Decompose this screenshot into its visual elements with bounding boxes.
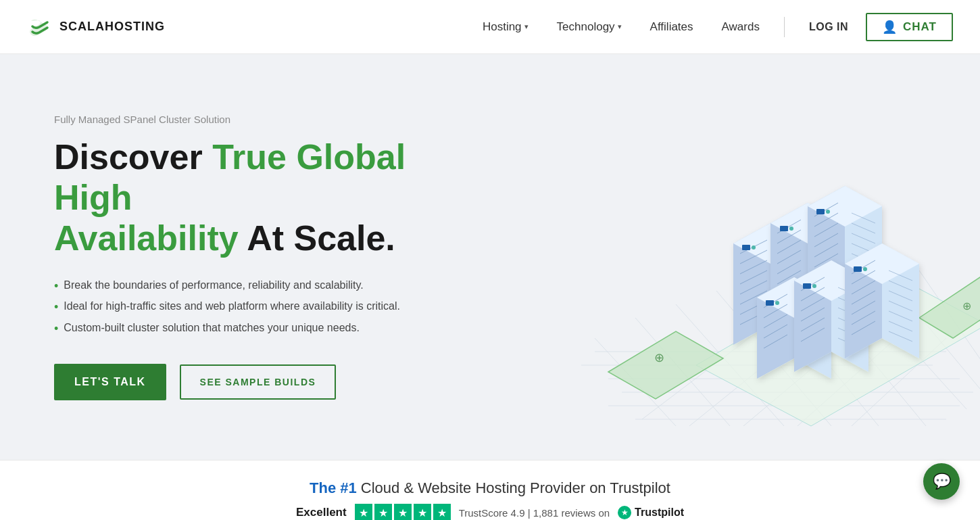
hero-section: Fully Managed SPanel Cluster Solution Di… bbox=[0, 54, 980, 460]
star-5: ★ bbox=[433, 504, 451, 520]
hero-buttons: LET'S TALK SEE SAMPLE BUILDS bbox=[54, 364, 473, 400]
svg-rect-92 bbox=[816, 209, 825, 214]
chat-button[interactable]: 👤 CHAT bbox=[866, 13, 953, 41]
main-nav: Hosting ▾ Technology ▾ Affiliates Awards… bbox=[472, 13, 953, 41]
trustpilot-score: TrustScore 4.9 | 1,881 reviews on bbox=[459, 507, 610, 519]
bullet-1: Break the boundaries of performance, rel… bbox=[54, 279, 473, 294]
hero-subtitle: Fully Managed SPanel Cluster Solution bbox=[54, 114, 473, 125]
svg-point-49 bbox=[752, 245, 756, 250]
trustpilot-logo-name: Trustpilot bbox=[635, 506, 684, 519]
trustpilot-logo-icon: ★ bbox=[618, 506, 631, 519]
nav-technology[interactable]: Technology ▾ bbox=[546, 15, 633, 39]
svg-rect-107 bbox=[766, 300, 774, 306]
svg-rect-124 bbox=[803, 283, 811, 289]
hero-title: Discover True Global High Availability A… bbox=[54, 137, 473, 258]
scala-logo-icon bbox=[27, 14, 53, 40]
server-cluster-svg: ⊕ ⊕ bbox=[541, 68, 980, 446]
chevron-down-icon: ▾ bbox=[524, 22, 529, 31]
svg-rect-143 bbox=[854, 266, 862, 272]
svg-point-71 bbox=[789, 227, 793, 231]
svg-rect-70 bbox=[780, 226, 788, 231]
floating-chat-button[interactable]: 💬 bbox=[923, 463, 960, 500]
see-sample-builds-button[interactable]: SEE SAMPLE BUILDS bbox=[180, 364, 337, 400]
trustpilot-stars: ★ ★ ★ ★ ★ bbox=[355, 504, 451, 520]
chevron-down-icon: ▾ bbox=[618, 22, 622, 31]
star-4: ★ bbox=[414, 504, 431, 520]
bullet-3: Custom-built cluster solution that match… bbox=[54, 322, 473, 337]
nav-awards[interactable]: Awards bbox=[711, 15, 770, 39]
svg-point-125 bbox=[812, 284, 816, 288]
bullet-2: Ideal for high-traffic sites and web pla… bbox=[54, 300, 473, 315]
svg-marker-23 bbox=[608, 331, 723, 399]
nav-divider bbox=[784, 17, 785, 37]
svg-point-108 bbox=[775, 301, 779, 305]
trustpilot-title: The #1 Cloud & Website Hosting Provider … bbox=[310, 479, 670, 497]
svg-point-93 bbox=[826, 210, 830, 214]
nav-affiliates[interactable]: Affiliates bbox=[639, 15, 704, 39]
svg-text:⊕: ⊕ bbox=[962, 300, 971, 312]
logo[interactable]: SCALAHOSTING bbox=[27, 14, 165, 40]
chat-bubble-icon: 💬 bbox=[933, 473, 951, 490]
header: SCALAHOSTING Hosting ▾ Technology ▾ Affi… bbox=[0, 0, 980, 54]
trustpilot-excellent: Excellent bbox=[296, 506, 347, 519]
trustpilot-section: The #1 Cloud & Website Hosting Provider … bbox=[0, 460, 980, 520]
login-button[interactable]: LOG IN bbox=[798, 16, 859, 39]
svg-point-144 bbox=[863, 267, 867, 271]
nav-hosting[interactable]: Hosting ▾ bbox=[472, 15, 539, 39]
lets-talk-button[interactable]: LET'S TALK bbox=[54, 364, 166, 400]
chat-person-icon: 👤 bbox=[882, 20, 898, 34]
star-1: ★ bbox=[355, 504, 372, 520]
svg-rect-48 bbox=[742, 245, 750, 250]
trustpilot-logo: ★ Trustpilot bbox=[618, 506, 684, 519]
star-2: ★ bbox=[374, 504, 392, 520]
hero-illustration: ⊕ ⊕ bbox=[541, 68, 980, 446]
logo-text: SCALAHOSTING bbox=[59, 20, 165, 34]
hero-content: Fully Managed SPanel Cluster Solution Di… bbox=[54, 114, 473, 400]
hero-bullets: Break the boundaries of performance, rel… bbox=[54, 279, 473, 337]
svg-text:⊕: ⊕ bbox=[654, 351, 664, 364]
star-3: ★ bbox=[394, 504, 412, 520]
trustpilot-row: Excellent ★ ★ ★ ★ ★ TrustScore 4.9 | 1,8… bbox=[296, 504, 684, 520]
